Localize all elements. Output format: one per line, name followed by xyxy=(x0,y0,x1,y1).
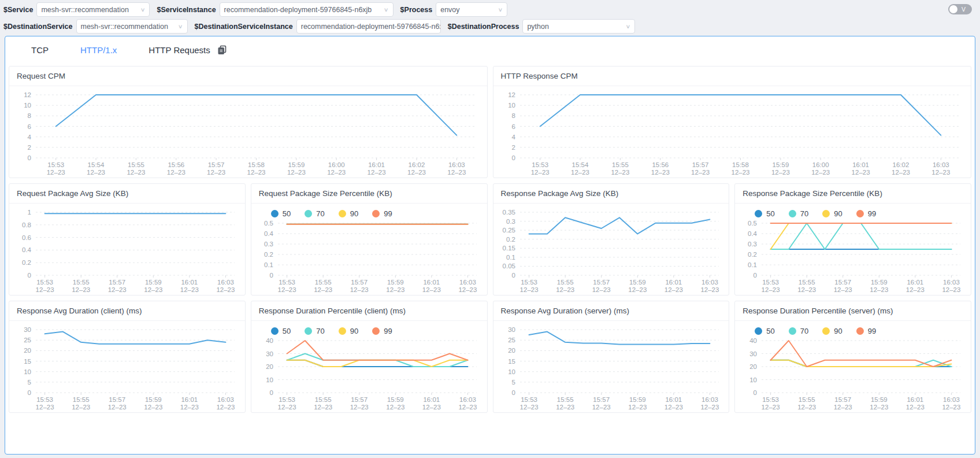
svg-text:12–23: 12–23 xyxy=(700,404,719,411)
svg-text:12–23: 12–23 xyxy=(556,404,574,411)
svg-text:8: 8 xyxy=(511,112,515,119)
chart-title: Response Package Avg Size (KB) xyxy=(493,184,729,204)
legend-item[interactable]: 70 xyxy=(305,209,324,218)
svg-text:15:57: 15:57 xyxy=(351,396,368,403)
svg-text:12–23: 12–23 xyxy=(731,169,749,176)
chevron-down-icon: ∨ xyxy=(178,23,183,29)
svg-text:15:59: 15:59 xyxy=(387,396,404,403)
svg-text:16:01: 16:01 xyxy=(423,279,440,286)
svg-text:12–23: 12–23 xyxy=(797,286,816,293)
chart-card-response-package-avg-size: Response Package Avg Size (KB) 00.050.10… xyxy=(493,183,730,296)
svg-text:0: 0 xyxy=(753,389,757,396)
svg-text:12–23: 12–23 xyxy=(127,169,145,176)
svg-text:15:59: 15:59 xyxy=(145,396,162,403)
service-select[interactable]: mesh-svr::recommendation ∨ xyxy=(36,2,150,17)
svg-text:12–23: 12–23 xyxy=(216,404,235,411)
chart-title: Request Package Size Percentile (KB) xyxy=(251,184,487,204)
chart-plot[interactable]: 05101520253015:5312–2315:5512–2315:5712–… xyxy=(9,322,245,412)
service-instance-select[interactable]: recommendation-deployment-59766845-n6xjb… xyxy=(220,2,394,17)
destination-service-instance-label: $DestinationServiceInstance xyxy=(195,23,293,31)
svg-text:12–23: 12–23 xyxy=(519,404,538,411)
chart-plot[interactable]: 05101520253015:5312–2315:5512–2315:5712–… xyxy=(493,322,729,412)
chart-plot[interactable]: 5070909900.10.20.30.40.515:5312–2315:551… xyxy=(251,204,487,295)
svg-text:12–23: 12–23 xyxy=(180,404,199,411)
svg-text:16:03: 16:03 xyxy=(932,161,949,168)
svg-text:15:57: 15:57 xyxy=(692,161,708,168)
destination-service-instance-select[interactable]: recommendation-deployment-59766845-n6xjb… xyxy=(296,19,441,34)
chart-plot[interactable]: 5070909901020304015:5312–2315:5512–2315:… xyxy=(735,322,971,412)
chart-title: Response Avg Duration (server) (ms) xyxy=(493,301,729,321)
svg-text:30: 30 xyxy=(508,326,515,333)
svg-text:0: 0 xyxy=(511,272,515,279)
process-select[interactable]: envoy ∨ xyxy=(436,2,507,17)
svg-text:12–23: 12–23 xyxy=(811,169,830,176)
svg-text:16:03: 16:03 xyxy=(448,161,465,168)
svg-text:12–23: 12–23 xyxy=(386,404,404,411)
legend-item[interactable]: 90 xyxy=(822,327,842,335)
svg-text:0.2: 0.2 xyxy=(506,236,515,243)
chart-plot[interactable]: 02468101215:5312–2315:5412–2315:5512–231… xyxy=(9,87,487,178)
chart-canvas: 00.10.20.30.40.515:5312–2315:5512–2315:5… xyxy=(735,220,971,295)
process-label: $Process xyxy=(400,6,433,14)
svg-text:12–23: 12–23 xyxy=(519,286,538,293)
legend-item[interactable]: 70 xyxy=(789,209,808,218)
svg-text:12–23: 12–23 xyxy=(906,286,925,293)
svg-text:12–23: 12–23 xyxy=(762,404,780,411)
svg-text:15:55: 15:55 xyxy=(73,279,90,286)
chart-card-response-duration-percentile-client: Response Duration Percentile (client) (m… xyxy=(251,301,488,413)
chart-title: HTTP Response CPM xyxy=(493,67,971,86)
svg-text:0: 0 xyxy=(269,389,273,396)
legend-item[interactable]: 90 xyxy=(339,327,358,335)
chart-plot[interactable]: 00.050.10.150.20.250.30.3515:5312–2315:5… xyxy=(493,204,729,295)
chart-plot[interactable]: 5070909901020304015:5312–2315:5512–2315:… xyxy=(251,322,487,412)
legend-item[interactable]: 50 xyxy=(271,327,291,335)
chart-card-response-package-size-percentile: Response Package Size Percentile (KB) 50… xyxy=(734,183,971,296)
copy-pages-icon[interactable] xyxy=(217,45,227,55)
legend-item[interactable]: 50 xyxy=(755,209,774,218)
legend-item[interactable]: 90 xyxy=(339,209,358,218)
svg-text:15:54: 15:54 xyxy=(571,161,588,168)
chart-title: Request CPM xyxy=(9,67,487,86)
tab-http1x[interactable]: HTTP/1.x xyxy=(80,45,117,55)
chart-plot[interactable]: 5070909900.10.20.30.40.515:5312–2315:551… xyxy=(735,204,971,295)
svg-text:10: 10 xyxy=(508,102,515,109)
tab-http-requests-label: HTTP Requests xyxy=(149,45,210,55)
legend-dot-icon xyxy=(822,210,830,217)
svg-text:15:55: 15:55 xyxy=(556,396,573,403)
svg-text:2: 2 xyxy=(511,144,515,151)
svg-text:0.05: 0.05 xyxy=(502,263,515,269)
legend-dot-icon xyxy=(339,327,346,335)
tab-tcp[interactable]: TCP xyxy=(31,45,49,55)
svg-text:0: 0 xyxy=(511,154,515,161)
legend-dot-icon xyxy=(755,327,762,335)
chart-card-response-avg-duration-client: Response Avg Duration (client) (ms) 0510… xyxy=(9,301,246,413)
svg-text:2: 2 xyxy=(28,144,31,151)
legend-item[interactable]: 70 xyxy=(789,327,808,335)
svg-text:12–23: 12–23 xyxy=(386,286,404,293)
legend-item[interactable]: 99 xyxy=(372,327,392,335)
legend-item[interactable]: 50 xyxy=(755,327,774,335)
legend-item[interactable]: 90 xyxy=(822,209,842,218)
legend-item[interactable]: 50 xyxy=(271,209,291,218)
svg-text:15:57: 15:57 xyxy=(109,279,125,286)
chart-plot[interactable]: 02468101215:5312–2315:5412–2315:5512–231… xyxy=(493,87,971,178)
service-instance-label: $ServiceInstance xyxy=(157,6,216,14)
legend-item[interactable]: 99 xyxy=(856,327,876,335)
svg-text:0.1: 0.1 xyxy=(748,261,757,268)
svg-text:12–23: 12–23 xyxy=(180,286,199,293)
tab-http-requests[interactable]: HTTP Requests xyxy=(149,45,227,55)
legend-item[interactable]: 99 xyxy=(372,209,392,218)
svg-text:15:57: 15:57 xyxy=(351,279,368,286)
toolbar-row-destination: $DestinationService mesh-svr::recommenda… xyxy=(3,19,977,34)
view-toggle[interactable]: V xyxy=(948,4,972,14)
svg-text:12–23: 12–23 xyxy=(870,286,889,293)
legend-item[interactable]: 99 xyxy=(856,209,876,218)
destination-process-select[interactable]: python ∨ xyxy=(522,19,635,34)
svg-text:12–23: 12–23 xyxy=(664,404,682,411)
svg-text:12–23: 12–23 xyxy=(942,286,961,293)
legend-item[interactable]: 70 xyxy=(305,327,324,335)
destination-service-select[interactable]: mesh-svr::recommendation ∨ xyxy=(76,19,188,34)
chart-plot[interactable]: 00.20.40.60.8115:5312–2315:5512–2315:571… xyxy=(9,204,245,295)
legend-dot-icon xyxy=(271,210,279,217)
svg-text:16:01: 16:01 xyxy=(181,396,198,403)
